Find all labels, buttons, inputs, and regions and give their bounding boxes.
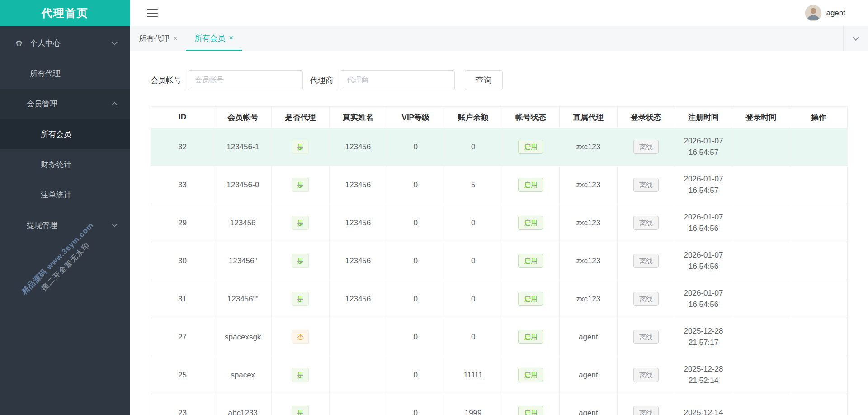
column-header: 登录时间 <box>732 107 790 128</box>
table-row[interactable]: 27spacexsgk否00启用agent离线2025-12-2821:57:1… <box>151 318 848 356</box>
cell-account: 123456"" <box>214 280 272 318</box>
cell-balance: 1999 <box>444 394 502 415</box>
cell-id: 31 <box>151 280 214 318</box>
column-header: 真实姓名 <box>329 107 387 128</box>
cell-balance: 0 <box>444 280 502 318</box>
search-button[interactable]: 查询 <box>465 70 503 90</box>
column-header: 帐号状态 <box>502 107 559 128</box>
close-icon[interactable]: × <box>173 34 177 43</box>
sidebar-item-personal-center[interactable]: ⚙ 个人中心 <box>0 28 130 58</box>
column-header: 注册时间 <box>675 107 732 128</box>
login-status-badge: 离线 <box>633 140 659 154</box>
sidebar-item-all-members[interactable]: 所有会员 <box>0 119 130 149</box>
account-status-badge: 启用 <box>518 330 543 344</box>
cell-register-time: 2026-01-0716:54:56 <box>675 280 732 318</box>
topbar: agent <box>130 0 868 26</box>
member-table-body: 32123456-1是12345600启用zxc123离线2026-01-071… <box>151 128 848 415</box>
is-agent-badge: 是 <box>292 406 309 415</box>
cell-is-agent: 是 <box>272 204 329 242</box>
account-status-badge: 启用 <box>518 406 543 415</box>
login-status-badge: 离线 <box>633 178 659 192</box>
cell-real-name: 123456 <box>329 166 387 204</box>
account-status-badge: 启用 <box>518 178 543 192</box>
cell-is-agent: 是 <box>272 394 329 415</box>
cell-account: abc1233 <box>214 394 272 415</box>
account-status-badge: 启用 <box>518 140 543 154</box>
avatar[interactable] <box>805 5 821 21</box>
cell-account-status: 启用 <box>502 356 559 394</box>
cell-account-status: 启用 <box>502 166 559 204</box>
cell-register-time: 2026-01-0716:54:57 <box>675 128 732 166</box>
login-status-badge: 离线 <box>633 330 659 344</box>
cell-id: 29 <box>151 204 214 242</box>
filter-bar: 会员帐号 代理商 查询 <box>151 70 848 90</box>
sidebar-item-bet-stats[interactable]: 注单统计 <box>0 180 130 210</box>
cell-login-status: 离线 <box>617 394 675 415</box>
sidebar-item-all-agents[interactable]: 所有代理 <box>0 58 130 89</box>
sidebar-item-withdraw-management[interactable]: 提现管理 <box>0 210 130 240</box>
member-account-label: 会员帐号 <box>151 75 181 86</box>
sidebar-item-member-management[interactable]: 会员管理 <box>0 89 130 119</box>
cell-is-agent: 是 <box>272 242 329 280</box>
cell-login-status: 离线 <box>617 318 675 356</box>
close-icon[interactable]: × <box>229 34 233 42</box>
cell-account-status: 启用 <box>502 280 559 318</box>
login-status-badge: 离线 <box>633 254 659 268</box>
column-header: VIP等级 <box>387 107 444 128</box>
sidebar-item-label: 会员管理 <box>27 99 57 109</box>
account-status-badge: 启用 <box>518 292 543 306</box>
sidebar-item-finance-stats[interactable]: 财务统计 <box>0 149 130 180</box>
sidebar-item-label: 所有代理 <box>30 68 61 79</box>
agent-input[interactable] <box>340 70 455 90</box>
is-agent-badge: 是 <box>292 216 309 230</box>
cell-balance: 0 <box>444 242 502 280</box>
cell-actions <box>790 394 847 415</box>
cell-id: 27 <box>151 318 214 356</box>
cell-vip-level: 0 <box>387 394 444 415</box>
chevron-down-icon <box>112 39 118 45</box>
table-row[interactable]: 25spacex是011111启用agent离线2025-12-2821:52:… <box>151 356 848 394</box>
member-table: ID会员帐号是否代理真实姓名VIP等级账户余额帐号状态直属代理登录状态注册时间登… <box>151 106 848 415</box>
table-row[interactable]: 33123456-0是12345605启用zxc123离线2026-01-071… <box>151 166 848 204</box>
table-row[interactable]: 23abc1233是01999启用agent离线2025-12-14 <box>151 394 848 415</box>
menu-toggle-icon[interactable] <box>147 9 158 17</box>
cell-login-time <box>732 204 790 242</box>
cell-login-status: 离线 <box>617 242 675 280</box>
cell-id: 30 <box>151 242 214 280</box>
cell-is-agent: 否 <box>272 318 329 356</box>
table-row[interactable]: 31123456""是12345600启用zxc123离线2026-01-071… <box>151 280 848 318</box>
is-agent-badge: 是 <box>292 368 309 382</box>
cell-register-time: 2026-01-0716:54:57 <box>675 166 732 204</box>
cell-account-status: 启用 <box>502 394 559 415</box>
cell-is-agent: 是 <box>272 280 329 318</box>
sidebar-item-label: 个人中心 <box>30 38 61 48</box>
column-header: 是否代理 <box>272 107 329 128</box>
sidebar-item-label: 所有会员 <box>41 129 71 139</box>
chevron-up-icon <box>112 102 118 108</box>
member-account-input[interactable] <box>188 70 303 90</box>
tab-all-agents[interactable]: 所有代理 × <box>130 26 186 51</box>
tabs-dropdown-button[interactable] <box>843 26 868 51</box>
table-row[interactable]: 32123456-1是12345600启用zxc123离线2026-01-071… <box>151 128 848 166</box>
tab-bar: 所有代理 × 所有会员 × <box>130 26 868 51</box>
sidebar-item-label: 财务统计 <box>41 159 71 170</box>
cell-real-name: 123456 <box>329 242 387 280</box>
cell-account: 123456-1 <box>214 128 272 166</box>
cell-account-status: 启用 <box>502 204 559 242</box>
username-label: agent <box>826 9 845 18</box>
account-status-badge: 启用 <box>518 216 543 230</box>
table-row[interactable]: 30123456"是12345600启用zxc123离线2026-01-0716… <box>151 242 848 280</box>
tab-label: 所有代理 <box>139 33 170 44</box>
table-row[interactable]: 29123456是12345600启用zxc123离线2026-01-0716:… <box>151 204 848 242</box>
tab-all-members[interactable]: 所有会员 × <box>186 26 241 51</box>
cell-account: spacexsgk <box>214 318 272 356</box>
user-menu[interactable]: agent <box>805 5 845 21</box>
cell-vip-level: 0 <box>387 242 444 280</box>
is-agent-badge: 是 <box>292 178 309 192</box>
column-header: ID <box>151 107 214 128</box>
sidebar-nav: ⚙ 个人中心 所有代理 会员管理 所有会员 财务统计 注单统计 提现管理 <box>0 26 130 240</box>
column-header: 直属代理 <box>560 107 617 128</box>
cell-vip-level: 0 <box>387 128 444 166</box>
cell-actions <box>790 356 847 394</box>
cell-account: spacex <box>214 356 272 394</box>
